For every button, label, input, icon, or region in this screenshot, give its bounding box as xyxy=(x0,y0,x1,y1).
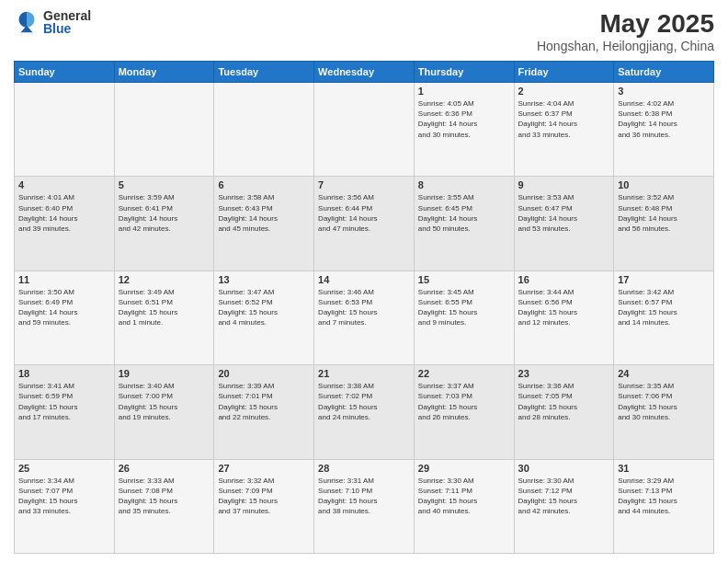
header-thursday: Thursday xyxy=(414,62,514,83)
day-cell-2-6: 17Sunrise: 3:42 AM Sunset: 6:57 PM Dayli… xyxy=(614,270,714,364)
day-cell-0-5: 2Sunrise: 4:04 AM Sunset: 6:37 PM Daylig… xyxy=(514,83,614,177)
day-info: Sunrise: 3:42 AM Sunset: 6:57 PM Dayligh… xyxy=(618,288,677,327)
day-number: 26 xyxy=(119,463,210,474)
day-cell-2-2: 13Sunrise: 3:47 AM Sunset: 6:52 PM Dayli… xyxy=(214,270,314,364)
day-info: Sunrise: 3:35 AM Sunset: 7:06 PM Dayligh… xyxy=(618,382,677,421)
day-number: 12 xyxy=(119,274,210,285)
day-cell-2-4: 15Sunrise: 3:45 AM Sunset: 6:55 PM Dayli… xyxy=(414,270,514,364)
day-info: Sunrise: 3:49 AM Sunset: 6:51 PM Dayligh… xyxy=(119,288,177,327)
day-number: 2 xyxy=(518,86,610,97)
header-wednesday: Wednesday xyxy=(314,62,415,83)
header-friday: Friday xyxy=(514,62,614,83)
day-number: 6 xyxy=(218,179,310,190)
day-number: 10 xyxy=(618,179,710,190)
day-number: 15 xyxy=(418,274,510,285)
day-info: Sunrise: 3:30 AM Sunset: 7:12 PM Dayligh… xyxy=(518,477,577,516)
calendar-table: Sunday Monday Tuesday Wednesday Thursday… xyxy=(14,61,714,554)
header-saturday: Saturday xyxy=(614,62,714,83)
day-number: 14 xyxy=(318,274,410,285)
day-info: Sunrise: 3:29 AM Sunset: 7:13 PM Dayligh… xyxy=(618,477,677,516)
day-cell-0-6: 3Sunrise: 4:02 AM Sunset: 6:38 PM Daylig… xyxy=(614,83,714,177)
header: General Blue May 2025 Hongshan, Heilongj… xyxy=(14,9,714,53)
day-number: 1 xyxy=(418,86,510,97)
day-cell-4-3: 28Sunrise: 3:31 AM Sunset: 7:10 PM Dayli… xyxy=(314,459,415,553)
day-cell-2-1: 12Sunrise: 3:49 AM Sunset: 6:51 PM Dayli… xyxy=(114,270,214,364)
day-number: 31 xyxy=(618,463,710,474)
logo: General Blue xyxy=(14,9,91,35)
main-title: May 2025 xyxy=(537,9,714,39)
day-cell-3-3: 21Sunrise: 3:38 AM Sunset: 7:02 PM Dayli… xyxy=(314,365,415,459)
day-info: Sunrise: 3:52 AM Sunset: 6:48 PM Dayligh… xyxy=(618,193,677,233)
day-info: Sunrise: 3:33 AM Sunset: 7:08 PM Dayligh… xyxy=(119,477,177,516)
day-info: Sunrise: 3:38 AM Sunset: 7:02 PM Dayligh… xyxy=(318,382,377,421)
day-cell-1-2: 6Sunrise: 3:58 AM Sunset: 6:43 PM Daylig… xyxy=(214,177,314,270)
day-info: Sunrise: 3:55 AM Sunset: 6:45 PM Dayligh… xyxy=(418,193,477,233)
day-cell-3-6: 24Sunrise: 3:35 AM Sunset: 7:06 PM Dayli… xyxy=(614,365,714,459)
day-number: 30 xyxy=(518,463,610,474)
day-info: Sunrise: 3:44 AM Sunset: 6:56 PM Dayligh… xyxy=(518,288,577,327)
day-number: 13 xyxy=(218,274,310,285)
day-cell-1-0: 4Sunrise: 4:01 AM Sunset: 6:40 PM Daylig… xyxy=(15,177,115,270)
day-number: 23 xyxy=(518,368,610,379)
day-cell-0-4: 1Sunrise: 4:05 AM Sunset: 6:36 PM Daylig… xyxy=(414,83,514,177)
day-cell-1-6: 10Sunrise: 3:52 AM Sunset: 6:48 PM Dayli… xyxy=(614,177,714,270)
day-cell-2-5: 16Sunrise: 3:44 AM Sunset: 6:56 PM Dayli… xyxy=(514,270,614,364)
subtitle: Hongshan, Heilongjiang, China xyxy=(537,39,714,53)
day-cell-3-5: 23Sunrise: 3:36 AM Sunset: 7:05 PM Dayli… xyxy=(514,365,614,459)
day-number: 22 xyxy=(418,368,510,379)
day-info: Sunrise: 3:36 AM Sunset: 7:05 PM Dayligh… xyxy=(518,382,577,421)
day-info: Sunrise: 3:40 AM Sunset: 7:00 PM Dayligh… xyxy=(119,382,177,421)
day-info: Sunrise: 3:47 AM Sunset: 6:52 PM Dayligh… xyxy=(218,288,277,327)
day-info: Sunrise: 3:31 AM Sunset: 7:10 PM Dayligh… xyxy=(318,477,377,516)
day-cell-1-5: 9Sunrise: 3:53 AM Sunset: 6:47 PM Daylig… xyxy=(514,177,614,270)
day-cell-1-3: 7Sunrise: 3:56 AM Sunset: 6:44 PM Daylig… xyxy=(314,177,415,270)
day-cell-3-1: 19Sunrise: 3:40 AM Sunset: 7:00 PM Dayli… xyxy=(114,365,214,459)
week-row-3: 18Sunrise: 3:41 AM Sunset: 6:59 PM Dayli… xyxy=(15,365,714,459)
day-cell-0-2 xyxy=(214,83,314,177)
day-cell-4-1: 26Sunrise: 3:33 AM Sunset: 7:08 PM Dayli… xyxy=(114,459,214,553)
day-cell-3-4: 22Sunrise: 3:37 AM Sunset: 7:03 PM Dayli… xyxy=(414,365,514,459)
day-info: Sunrise: 3:37 AM Sunset: 7:03 PM Dayligh… xyxy=(418,382,477,421)
day-info: Sunrise: 3:59 AM Sunset: 6:41 PM Dayligh… xyxy=(119,193,177,233)
day-cell-2-3: 14Sunrise: 3:46 AM Sunset: 6:53 PM Dayli… xyxy=(314,270,415,364)
logo-text: General Blue xyxy=(43,9,91,35)
svg-marker-0 xyxy=(20,26,32,32)
day-info: Sunrise: 3:30 AM Sunset: 7:11 PM Dayligh… xyxy=(418,477,477,516)
logo-general-text: General xyxy=(43,9,91,22)
day-info: Sunrise: 3:58 AM Sunset: 6:43 PM Dayligh… xyxy=(218,193,277,233)
header-monday: Monday xyxy=(114,62,214,83)
page: General Blue May 2025 Hongshan, Heilongj… xyxy=(0,0,728,563)
day-info: Sunrise: 3:34 AM Sunset: 7:07 PM Dayligh… xyxy=(18,477,77,516)
day-cell-3-0: 18Sunrise: 3:41 AM Sunset: 6:59 PM Dayli… xyxy=(15,365,115,459)
day-info: Sunrise: 3:45 AM Sunset: 6:55 PM Dayligh… xyxy=(418,288,477,327)
day-info: Sunrise: 4:02 AM Sunset: 6:38 PM Dayligh… xyxy=(618,99,677,139)
day-cell-0-1 xyxy=(114,83,214,177)
day-number: 28 xyxy=(318,463,410,474)
day-number: 3 xyxy=(618,86,710,97)
day-info: Sunrise: 3:50 AM Sunset: 6:49 PM Dayligh… xyxy=(18,288,77,327)
header-sunday: Sunday xyxy=(15,62,115,83)
week-row-2: 11Sunrise: 3:50 AM Sunset: 6:49 PM Dayli… xyxy=(15,270,714,364)
day-info: Sunrise: 3:41 AM Sunset: 6:59 PM Dayligh… xyxy=(18,382,77,421)
day-cell-4-5: 30Sunrise: 3:30 AM Sunset: 7:12 PM Dayli… xyxy=(514,459,614,553)
day-info: Sunrise: 3:39 AM Sunset: 7:01 PM Dayligh… xyxy=(218,382,277,421)
week-row-1: 4Sunrise: 4:01 AM Sunset: 6:40 PM Daylig… xyxy=(15,177,714,270)
day-cell-4-6: 31Sunrise: 3:29 AM Sunset: 7:13 PM Dayli… xyxy=(614,459,714,553)
day-cell-4-0: 25Sunrise: 3:34 AM Sunset: 7:07 PM Dayli… xyxy=(15,459,115,553)
day-cell-3-2: 20Sunrise: 3:39 AM Sunset: 7:01 PM Dayli… xyxy=(214,365,314,459)
day-number: 24 xyxy=(618,368,710,379)
day-cell-0-3 xyxy=(314,83,415,177)
day-number: 25 xyxy=(18,463,110,474)
day-number: 4 xyxy=(18,179,110,190)
day-info: Sunrise: 3:32 AM Sunset: 7:09 PM Dayligh… xyxy=(218,477,277,516)
day-cell-1-4: 8Sunrise: 3:55 AM Sunset: 6:45 PM Daylig… xyxy=(414,177,514,270)
day-number: 11 xyxy=(18,274,110,285)
day-number: 18 xyxy=(18,368,110,379)
day-info: Sunrise: 3:53 AM Sunset: 6:47 PM Dayligh… xyxy=(518,193,577,233)
day-number: 17 xyxy=(618,274,710,285)
header-tuesday: Tuesday xyxy=(214,62,314,83)
day-info: Sunrise: 3:56 AM Sunset: 6:44 PM Dayligh… xyxy=(318,193,377,233)
week-row-4: 25Sunrise: 3:34 AM Sunset: 7:07 PM Dayli… xyxy=(15,459,714,553)
day-info: Sunrise: 4:01 AM Sunset: 6:40 PM Dayligh… xyxy=(18,193,77,233)
title-block: May 2025 Hongshan, Heilongjiang, China xyxy=(537,9,714,53)
